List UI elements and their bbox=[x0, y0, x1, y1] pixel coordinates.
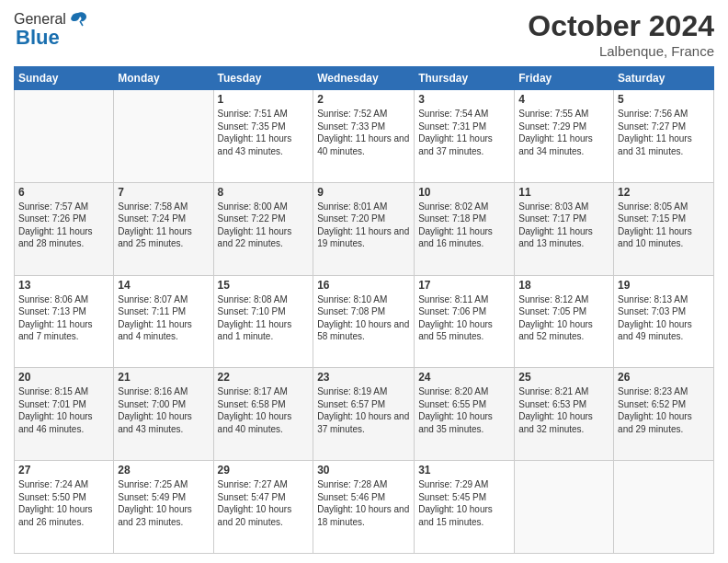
title-block: October 2024 Lalbenque, France bbox=[528, 9, 714, 59]
day-number: 29 bbox=[218, 464, 310, 477]
day-number: 2 bbox=[317, 93, 410, 106]
day-number: 22 bbox=[218, 371, 310, 384]
cell-content: Sunrise: 7:28 AM Sunset: 5:46 PM Dayligh… bbox=[317, 478, 410, 528]
cell-content: Sunrise: 8:19 AM Sunset: 6:57 PM Dayligh… bbox=[317, 385, 410, 435]
day-number: 19 bbox=[618, 279, 710, 292]
day-number: 27 bbox=[18, 464, 109, 477]
day-number: 8 bbox=[218, 186, 310, 199]
cell-content: Sunrise: 7:57 AM Sunset: 7:26 PM Dayligh… bbox=[18, 201, 109, 250]
calendar-cell: 28Sunrise: 7:25 AM Sunset: 5:49 PM Dayli… bbox=[114, 461, 213, 554]
calendar-cell: 12Sunrise: 8:05 AM Sunset: 7:15 PM Dayli… bbox=[614, 182, 714, 275]
calendar-cell: 15Sunrise: 8:08 AM Sunset: 7:10 PM Dayli… bbox=[213, 275, 313, 368]
day-number: 3 bbox=[418, 93, 510, 106]
day-number: 14 bbox=[118, 279, 209, 292]
cell-content: Sunrise: 7:25 AM Sunset: 5:49 PM Dayligh… bbox=[118, 478, 209, 528]
calendar-cell bbox=[614, 461, 714, 554]
cell-content: Sunrise: 8:20 AM Sunset: 6:55 PM Dayligh… bbox=[418, 385, 510, 435]
day-number: 16 bbox=[317, 279, 410, 292]
day-number: 13 bbox=[18, 279, 109, 292]
calendar-cell: 16Sunrise: 8:10 AM Sunset: 7:08 PM Dayli… bbox=[313, 275, 415, 368]
cell-content: Sunrise: 8:23 AM Sunset: 6:52 PM Dayligh… bbox=[618, 385, 710, 435]
cell-content: Sunrise: 7:55 AM Sunset: 7:29 PM Dayligh… bbox=[518, 108, 609, 157]
page: General Blue October 2024 Lalbenque, Fra… bbox=[0, 0, 728, 563]
calendar-cell bbox=[114, 90, 213, 183]
day-number: 15 bbox=[218, 279, 310, 292]
day-number: 30 bbox=[317, 464, 410, 477]
week-row-3: 20Sunrise: 8:15 AM Sunset: 7:01 PM Dayli… bbox=[15, 368, 714, 461]
day-number: 17 bbox=[418, 279, 510, 292]
day-number: 6 bbox=[18, 186, 109, 199]
cell-content: Sunrise: 7:52 AM Sunset: 7:33 PM Dayligh… bbox=[317, 108, 410, 157]
day-number: 1 bbox=[218, 93, 310, 106]
day-number: 26 bbox=[618, 371, 710, 384]
cell-content: Sunrise: 8:21 AM Sunset: 6:53 PM Dayligh… bbox=[518, 385, 609, 435]
day-number: 5 bbox=[618, 93, 710, 106]
cell-content: Sunrise: 8:11 AM Sunset: 7:06 PM Dayligh… bbox=[418, 293, 510, 343]
cell-content: Sunrise: 8:05 AM Sunset: 7:15 PM Dayligh… bbox=[618, 201, 710, 250]
day-number: 28 bbox=[118, 464, 209, 477]
week-row-0: 1Sunrise: 7:51 AM Sunset: 7:35 PM Daylig… bbox=[15, 90, 714, 183]
week-row-1: 6Sunrise: 7:57 AM Sunset: 7:26 PM Daylig… bbox=[15, 182, 714, 275]
weekday-header-monday: Monday bbox=[114, 67, 213, 90]
cell-content: Sunrise: 8:02 AM Sunset: 7:18 PM Dayligh… bbox=[418, 201, 510, 250]
calendar-cell: 2Sunrise: 7:52 AM Sunset: 7:33 PM Daylig… bbox=[313, 90, 415, 183]
cell-content: Sunrise: 8:07 AM Sunset: 7:11 PM Dayligh… bbox=[118, 293, 209, 343]
weekday-header-saturday: Saturday bbox=[614, 67, 714, 90]
location: Lalbenque, France bbox=[528, 43, 714, 59]
header: General Blue October 2024 Lalbenque, Fra… bbox=[14, 9, 714, 59]
logo: General Blue bbox=[14, 9, 88, 50]
calendar-cell: 3Sunrise: 7:54 AM Sunset: 7:31 PM Daylig… bbox=[415, 90, 515, 183]
day-number: 18 bbox=[518, 279, 609, 292]
cell-content: Sunrise: 8:10 AM Sunset: 7:08 PM Dayligh… bbox=[317, 293, 410, 343]
cell-content: Sunrise: 8:01 AM Sunset: 7:20 PM Dayligh… bbox=[317, 201, 410, 250]
weekday-header-thursday: Thursday bbox=[415, 67, 515, 90]
calendar-cell: 21Sunrise: 8:16 AM Sunset: 7:00 PM Dayli… bbox=[114, 368, 213, 461]
calendar-cell bbox=[515, 461, 614, 554]
cell-content: Sunrise: 7:24 AM Sunset: 5:50 PM Dayligh… bbox=[18, 478, 109, 528]
week-row-4: 27Sunrise: 7:24 AM Sunset: 5:50 PM Dayli… bbox=[15, 461, 714, 554]
calendar-cell: 7Sunrise: 7:58 AM Sunset: 7:24 PM Daylig… bbox=[114, 182, 213, 275]
cell-content: Sunrise: 8:16 AM Sunset: 7:00 PM Dayligh… bbox=[118, 385, 209, 435]
logo-blue-text: Blue bbox=[16, 26, 60, 50]
calendar-cell: 27Sunrise: 7:24 AM Sunset: 5:50 PM Dayli… bbox=[15, 461, 114, 554]
day-number: 7 bbox=[118, 186, 209, 199]
day-number: 12 bbox=[618, 186, 710, 199]
calendar-cell: 6Sunrise: 7:57 AM Sunset: 7:26 PM Daylig… bbox=[15, 182, 114, 275]
week-row-2: 13Sunrise: 8:06 AM Sunset: 7:13 PM Dayli… bbox=[15, 275, 714, 368]
cell-content: Sunrise: 7:29 AM Sunset: 5:45 PM Dayligh… bbox=[418, 478, 510, 528]
cell-content: Sunrise: 7:51 AM Sunset: 7:35 PM Dayligh… bbox=[218, 108, 310, 157]
calendar-cell: 18Sunrise: 8:12 AM Sunset: 7:05 PM Dayli… bbox=[515, 275, 614, 368]
weekday-header-row: SundayMondayTuesdayWednesdayThursdayFrid… bbox=[15, 67, 714, 90]
weekday-header-wednesday: Wednesday bbox=[313, 67, 415, 90]
day-number: 4 bbox=[518, 93, 609, 106]
cell-content: Sunrise: 8:12 AM Sunset: 7:05 PM Dayligh… bbox=[518, 293, 609, 343]
calendar-cell: 11Sunrise: 8:03 AM Sunset: 7:17 PM Dayli… bbox=[515, 182, 614, 275]
calendar-cell: 19Sunrise: 8:13 AM Sunset: 7:03 PM Dayli… bbox=[614, 275, 714, 368]
cell-content: Sunrise: 8:08 AM Sunset: 7:10 PM Dayligh… bbox=[218, 293, 310, 343]
calendar-cell: 8Sunrise: 8:00 AM Sunset: 7:22 PM Daylig… bbox=[213, 182, 313, 275]
cell-content: Sunrise: 7:58 AM Sunset: 7:24 PM Dayligh… bbox=[118, 201, 209, 250]
cell-content: Sunrise: 8:15 AM Sunset: 7:01 PM Dayligh… bbox=[18, 385, 109, 435]
day-number: 9 bbox=[317, 186, 410, 199]
calendar-cell: 9Sunrise: 8:01 AM Sunset: 7:20 PM Daylig… bbox=[313, 182, 415, 275]
calendar: SundayMondayTuesdayWednesdayThursdayFrid… bbox=[14, 66, 714, 554]
calendar-cell: 29Sunrise: 7:27 AM Sunset: 5:47 PM Dayli… bbox=[213, 461, 313, 554]
cell-content: Sunrise: 8:17 AM Sunset: 6:58 PM Dayligh… bbox=[218, 385, 310, 435]
calendar-cell: 10Sunrise: 8:02 AM Sunset: 7:18 PM Dayli… bbox=[415, 182, 515, 275]
cell-content: Sunrise: 8:00 AM Sunset: 7:22 PM Dayligh… bbox=[218, 201, 310, 250]
calendar-cell: 5Sunrise: 7:56 AM Sunset: 7:27 PM Daylig… bbox=[614, 90, 714, 183]
calendar-cell: 17Sunrise: 8:11 AM Sunset: 7:06 PM Dayli… bbox=[415, 275, 515, 368]
day-number: 21 bbox=[118, 371, 209, 384]
cell-content: Sunrise: 8:06 AM Sunset: 7:13 PM Dayligh… bbox=[18, 293, 109, 343]
weekday-header-tuesday: Tuesday bbox=[213, 67, 313, 90]
day-number: 24 bbox=[418, 371, 510, 384]
weekday-header-sunday: Sunday bbox=[15, 67, 114, 90]
calendar-cell: 13Sunrise: 8:06 AM Sunset: 7:13 PM Dayli… bbox=[15, 275, 114, 368]
calendar-cell: 31Sunrise: 7:29 AM Sunset: 5:45 PM Dayli… bbox=[415, 461, 515, 554]
calendar-cell: 4Sunrise: 7:55 AM Sunset: 7:29 PM Daylig… bbox=[515, 90, 614, 183]
calendar-cell: 25Sunrise: 8:21 AM Sunset: 6:53 PM Dayli… bbox=[515, 368, 614, 461]
month-title: October 2024 bbox=[528, 9, 714, 43]
calendar-cell: 24Sunrise: 8:20 AM Sunset: 6:55 PM Dayli… bbox=[415, 368, 515, 461]
day-number: 23 bbox=[317, 371, 410, 384]
day-number: 10 bbox=[418, 186, 510, 199]
